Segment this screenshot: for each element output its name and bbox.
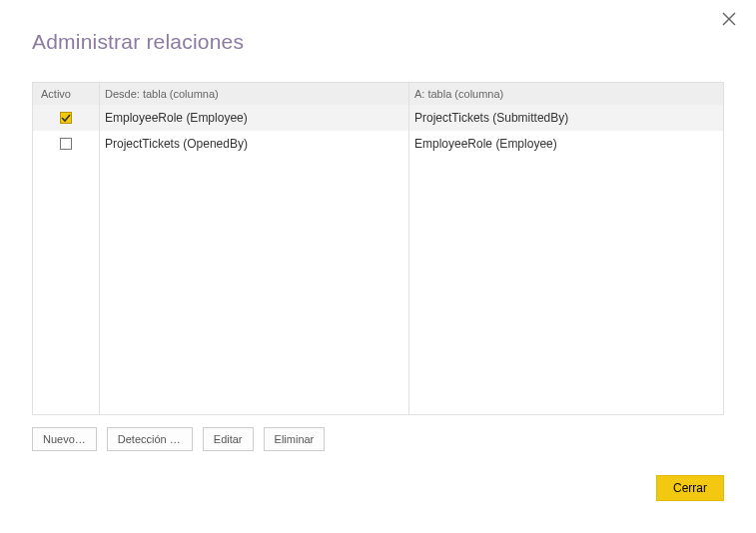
active-checkbox[interactable]: [60, 138, 72, 150]
footer-buttons: Cerrar: [656, 475, 724, 501]
cell-from: EmployeeRole (Employee): [99, 111, 408, 125]
delete-button[interactable]: Eliminar: [264, 427, 326, 451]
header-active: Activo: [33, 88, 99, 100]
table-row[interactable]: ProjectTickets (OpenedBy) EmployeeRole (…: [33, 131, 723, 157]
close-button[interactable]: Cerrar: [656, 475, 724, 501]
header-from: Desde: tabla (columna): [99, 88, 408, 100]
column-divider: [408, 83, 409, 414]
table-body: EmployeeRole (Employee) ProjectTickets (…: [33, 105, 723, 157]
table-row[interactable]: EmployeeRole (Employee) ProjectTickets (…: [33, 105, 723, 131]
header-to: A: tabla (columna): [408, 88, 723, 100]
column-divider: [99, 83, 100, 414]
table-header: Activo Desde: tabla (columna) A: tabla (…: [33, 83, 723, 105]
cell-from: ProjectTickets (OpenedBy): [99, 137, 408, 151]
active-checkbox[interactable]: [60, 112, 72, 124]
new-button[interactable]: Nuevo…: [32, 427, 97, 451]
manage-relationships-dialog: Administrar relaciones Activo Desde: tab…: [0, 0, 756, 533]
edit-button[interactable]: Editar: [203, 427, 254, 451]
cell-to: EmployeeRole (Employee): [408, 137, 723, 151]
action-buttons: Nuevo… Detección automática… Editar Elim…: [32, 427, 325, 451]
relationships-table: Activo Desde: tabla (columna) A: tabla (…: [32, 82, 724, 415]
close-icon[interactable]: [722, 12, 738, 28]
autodetect-button[interactable]: Detección automática…: [107, 427, 193, 451]
dialog-title: Administrar relaciones: [32, 30, 244, 54]
cell-to: ProjectTickets (SubmittedBy): [408, 111, 723, 125]
